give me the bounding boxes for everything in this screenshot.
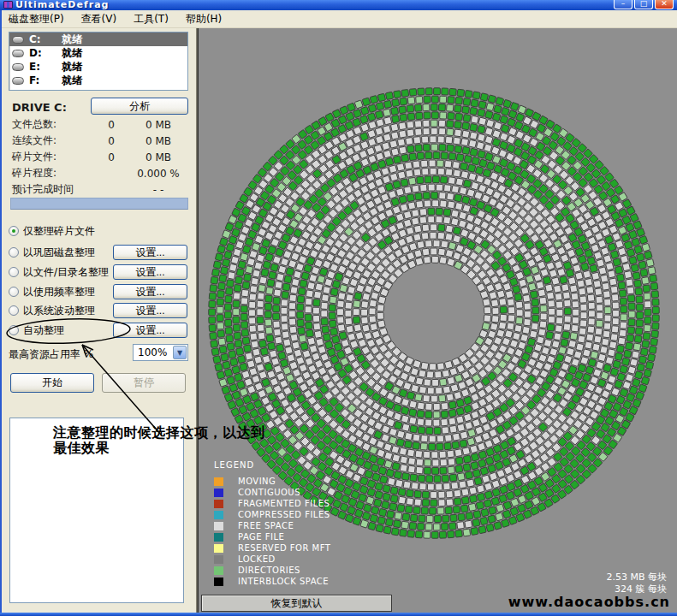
radio-button[interactable] xyxy=(9,325,19,335)
legend-item-compressed: COMPRESSED FILES xyxy=(214,509,330,520)
stat-label: 碎片程度: xyxy=(12,166,94,181)
analyze-button[interactable]: 分析 xyxy=(91,98,188,115)
drive-icon xyxy=(12,77,24,85)
legend-item-directories: DIRECTORIES xyxy=(214,565,330,576)
maximize-button[interactable]: □ xyxy=(634,0,653,9)
stat-label: 文件总数: xyxy=(12,117,94,132)
drive-icon xyxy=(12,36,24,44)
method-consolidate[interactable]: 以巩固磁盘整理 xyxy=(9,244,95,261)
close-button[interactable]: ✕ xyxy=(655,0,674,9)
legend-item-mft: RESERVED FOR MFT xyxy=(214,542,330,554)
method-by-frequency[interactable]: 以使用频率整理 xyxy=(9,283,95,300)
method-by-volatility[interactable]: 以系统波动整理 xyxy=(9,302,95,319)
contiguous-swatch xyxy=(214,489,223,497)
settings-button-automatic[interactable]: 设置... xyxy=(113,323,187,338)
stat-size: - - xyxy=(128,184,188,196)
radio-button[interactable] xyxy=(9,267,19,277)
stat-estimated-time: 预计完成时间 - - xyxy=(12,181,188,198)
radio-button[interactable] xyxy=(9,247,19,258)
compressed-swatch xyxy=(214,511,223,519)
stat-label: 碎片文件: xyxy=(12,150,94,164)
settings-button-volatility[interactable]: 设置... xyxy=(113,303,187,318)
stat-count: 0 xyxy=(94,119,128,131)
method-label: 以文件/目录名整理 xyxy=(23,265,109,280)
minimize-button[interactable]: – xyxy=(614,0,632,9)
title-bar[interactable]: UltimateDefrag – □ ✕ xyxy=(0,0,677,10)
radio-button[interactable] xyxy=(9,226,19,236)
drive-list[interactable]: C: 就绪 D: 就绪 E: 就绪 F: 就绪 xyxy=(9,32,188,91)
stat-fragmentation-level: 碎片程度: 0.000 % xyxy=(12,165,188,181)
legend-item-freespace: FREE SPACE xyxy=(214,520,330,531)
method-label: 以系统波动整理 xyxy=(23,304,95,318)
stat-count: 0 xyxy=(94,135,128,147)
control-panel: C: 就绪 D: 就绪 E: 就绪 F: 就绪 DRIVE C: 分析 xyxy=(2,28,196,613)
radio-button[interactable] xyxy=(9,305,19,316)
moving-swatch xyxy=(214,477,223,486)
window-border-left xyxy=(0,10,2,616)
legend-item-pagefile: PAGE FILE xyxy=(214,531,330,542)
stat-size: 0 MB xyxy=(128,119,188,131)
method-fragmented-only[interactable]: 仅整理碎片文件 xyxy=(9,222,95,240)
radio-button[interactable] xyxy=(9,287,19,297)
locked-swatch xyxy=(214,555,223,564)
resource-usage-label: 最高资源占用率 % xyxy=(9,347,93,362)
interblock-swatch xyxy=(214,578,223,586)
settings-button-frequency[interactable]: 设置... xyxy=(113,284,187,299)
drive-status: 就绪 xyxy=(62,60,82,74)
drive-row-f[interactable]: F: 就绪 xyxy=(9,74,187,87)
log-listbox[interactable] xyxy=(9,418,184,603)
drive-row-e[interactable]: E: 就绪 xyxy=(9,60,187,74)
restore-defaults-button[interactable]: 恢复到默认 xyxy=(201,595,392,612)
menu-tools[interactable]: 工具(T) xyxy=(125,10,177,28)
drive-status: 就绪 xyxy=(62,74,82,88)
pause-button[interactable]: 暂停 xyxy=(102,373,186,393)
legend-item-moving: MOVING xyxy=(214,476,330,487)
settings-button-consolidate[interactable]: 设置... xyxy=(113,245,187,260)
legend-item-locked: LOCKED xyxy=(214,554,330,565)
method-by-filename[interactable]: 以文件/目录名整理 xyxy=(9,264,109,281)
app-icon xyxy=(3,1,13,9)
stat-size: 0 MB xyxy=(128,135,188,147)
mft-swatch xyxy=(214,544,223,553)
window-title: UltimateDefrag xyxy=(15,0,109,10)
legend-title: LEGEND xyxy=(214,460,330,470)
app-window: UltimateDefrag – □ ✕ 磁盘整理(P) 查看(V) 工具(T)… xyxy=(0,0,677,616)
legend-item-interblock: INTERBLOCK SPACE xyxy=(214,576,330,587)
method-label: 以巩固磁盘整理 xyxy=(23,246,95,260)
stat-size: 0 MB xyxy=(128,151,188,163)
panel-divider xyxy=(196,28,199,613)
settings-button-filename[interactable]: 设置... xyxy=(113,264,187,280)
drive-name: E: xyxy=(29,61,62,73)
drive-status: 就绪 xyxy=(62,46,82,61)
drive-name: F: xyxy=(29,74,62,86)
directories-swatch xyxy=(214,566,223,575)
legend: LEGEND MOVING CONTIGUOUS FRAGMENTED FILE… xyxy=(214,460,330,587)
stat-total-files: 文件总数: 0 0 MB xyxy=(12,116,188,133)
drive-name: C: xyxy=(29,33,62,45)
legend-item-contiguous: CONTIGUOUS xyxy=(214,487,330,498)
chevron-down-icon[interactable]: ▼ xyxy=(173,346,187,359)
start-button[interactable]: 开始 xyxy=(10,373,94,393)
stat-contiguous-files: 连续文件: 0 0 MB xyxy=(12,133,188,149)
method-automatic[interactable]: 自动整理 xyxy=(9,322,64,339)
watermark-url: www.daocaobbs.cn xyxy=(508,594,670,610)
method-label: 以使用频率整理 xyxy=(23,285,95,299)
resource-usage-select[interactable]: 100% ▼ xyxy=(133,344,188,361)
stat-count: 0 xyxy=(94,151,128,163)
progress-bar xyxy=(10,198,188,210)
drive-name: D: xyxy=(29,47,62,59)
drive-row-c[interactable]: C: 就绪 xyxy=(9,33,187,46)
stat-fragmented-files: 碎片文件: 0 0 MB xyxy=(12,149,188,165)
drive-icon xyxy=(12,63,24,71)
drive-row-d[interactable]: D: 就绪 xyxy=(9,46,187,60)
menu-bar: 磁盘整理(P) 查看(V) 工具(T) 帮助(H) xyxy=(0,10,677,28)
drive-title: DRIVE C: xyxy=(12,101,67,114)
window-border-bottom xyxy=(0,613,677,616)
drive-icon xyxy=(12,50,24,57)
stat-label: 预计完成时间 xyxy=(12,182,94,197)
disk-map-pane: LEGEND MOVING CONTIGUOUS FRAGMENTED FILE… xyxy=(199,28,677,613)
menu-defrag[interactable]: 磁盘整理(P) xyxy=(0,10,73,28)
stats-block: 文件总数: 0 0 MB 连续文件: 0 0 MB 碎片文件: 0 0 MB 碎… xyxy=(12,116,188,198)
menu-help[interactable]: 帮助(H) xyxy=(177,10,230,28)
menu-view[interactable]: 查看(V) xyxy=(73,10,126,28)
